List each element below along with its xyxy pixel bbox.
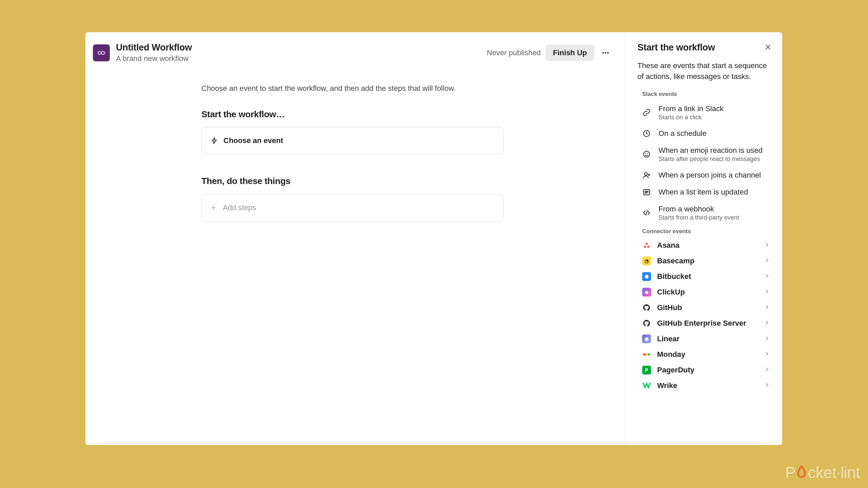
event-sub: Starts after people react to messages	[658, 156, 769, 163]
bitbucket-icon: ⬣	[642, 272, 651, 281]
workflow-avatar-icon	[93, 44, 110, 61]
add-steps-label: Add steps	[223, 203, 256, 212]
then-heading: Then, do these things	[201, 176, 625, 186]
svg-point-15	[645, 353, 648, 356]
side-title: Start the workflow	[637, 42, 715, 53]
event-title: From a link in Slack	[658, 104, 769, 113]
chevron-right-icon	[765, 305, 769, 311]
finish-up-button[interactable]: Finish Up	[546, 45, 594, 61]
chevron-right-icon	[765, 383, 769, 389]
clickup-icon: ◆	[642, 288, 651, 297]
workflow-title: Untitled Workflow	[116, 42, 487, 53]
connector-label: Wrike	[657, 381, 758, 390]
content: Choose an event to start the workflow, a…	[85, 63, 625, 222]
choose-event-label: Choose an event	[223, 136, 283, 145]
watermark: Pcket·lint	[785, 463, 860, 482]
workflow-subtitle: A brand new workflow	[116, 54, 487, 63]
connector-label: Linear	[657, 334, 758, 343]
connector-bitbucket[interactable]: ⬣ Bitbucket	[637, 269, 773, 284]
side-header: Start the workflow	[637, 42, 773, 53]
lightning-icon	[211, 137, 218, 144]
start-heading: Start the workflow…	[201, 109, 625, 120]
connector-label: Basecamp	[657, 257, 758, 265]
wrike-icon	[642, 381, 651, 390]
connector-label: Bitbucket	[657, 272, 758, 281]
event-title: When a person joins a channel	[658, 171, 769, 180]
event-title: When a list item is updated	[658, 188, 769, 197]
asana-icon	[642, 241, 651, 250]
plus-icon: +	[211, 203, 216, 212]
event-emoji-reaction[interactable]: When an emoji reaction is used Starts af…	[637, 142, 773, 167]
list-icon	[642, 188, 651, 197]
svg-point-0	[98, 51, 101, 54]
link-icon	[642, 108, 651, 117]
more-actions-button[interactable]	[599, 47, 612, 59]
chevron-right-icon	[765, 320, 769, 326]
svg-point-11	[646, 242, 648, 245]
connector-events-label: Connector events	[642, 228, 773, 235]
event-person-joins[interactable]: When a person joins a channel	[637, 167, 773, 184]
svg-point-14	[643, 353, 646, 356]
add-steps-button[interactable]: + Add steps	[201, 194, 504, 222]
close-panel-button[interactable]	[763, 42, 773, 53]
monday-icon	[642, 350, 651, 359]
chevron-right-icon	[765, 242, 769, 248]
svg-point-6	[644, 151, 650, 157]
pagerduty-icon: P	[642, 366, 651, 374]
svg-point-1	[102, 51, 105, 54]
event-from-link[interactable]: From a link in Slack Starts on a click	[637, 100, 773, 125]
code-icon	[642, 208, 651, 217]
header: Untitled Workflow A brand new workflow N…	[85, 32, 625, 63]
github-icon	[642, 303, 651, 312]
basecamp-icon: ◔	[642, 257, 651, 265]
emoji-icon	[642, 150, 651, 159]
connector-github-enterprise[interactable]: GitHub Enterprise Server	[637, 316, 773, 331]
main-area: Untitled Workflow A brand new workflow N…	[85, 32, 625, 445]
svg-point-3	[605, 52, 606, 53]
svg-point-13	[647, 245, 650, 248]
watermark-flame-icon	[795, 465, 808, 481]
close-icon	[765, 44, 771, 50]
clock-icon	[642, 129, 651, 138]
publish-status: Never published	[487, 48, 541, 57]
svg-point-16	[647, 353, 650, 356]
connector-linear[interactable]: ◉ Linear	[637, 331, 773, 347]
event-schedule[interactable]: On a schedule	[637, 125, 773, 142]
connector-label: Monday	[657, 350, 758, 359]
chevron-right-icon	[765, 367, 769, 373]
connector-github[interactable]: GitHub	[637, 300, 773, 316]
event-sub: Starts from a third-party event	[658, 214, 769, 221]
event-title: On a schedule	[658, 129, 769, 138]
github-icon	[642, 319, 651, 328]
linear-icon: ◉	[642, 334, 651, 343]
header-actions: Never published Finish Up	[487, 45, 612, 61]
intro-text: Choose an event to start the workflow, a…	[201, 84, 625, 93]
svg-point-4	[607, 52, 609, 53]
connector-label: PagerDuty	[657, 366, 758, 374]
connector-asana[interactable]: Asana	[637, 238, 773, 253]
choose-event-button[interactable]: Choose an event	[201, 127, 504, 154]
event-webhook[interactable]: From a webhook Starts from a third-party…	[637, 201, 773, 225]
side-panel: Start the workflow These are events that…	[625, 32, 782, 445]
connector-clickup[interactable]: ◆ ClickUp	[637, 284, 773, 300]
connector-label: ClickUp	[657, 288, 758, 297]
chevron-right-icon	[765, 258, 769, 264]
person-plus-icon	[642, 171, 651, 180]
connector-monday[interactable]: Monday	[637, 347, 773, 362]
svg-point-2	[603, 52, 604, 53]
connector-label: GitHub	[657, 303, 758, 312]
side-description: These are events that start a sequence o…	[637, 60, 773, 82]
svg-point-7	[645, 153, 646, 154]
workflow-builder-window: Untitled Workflow A brand new workflow N…	[85, 32, 782, 445]
slack-events-label: Slack events	[642, 91, 773, 98]
event-title: When an emoji reaction is used	[658, 146, 769, 155]
connector-basecamp[interactable]: ◔ Basecamp	[637, 253, 773, 269]
chevron-right-icon	[765, 351, 769, 358]
svg-point-12	[644, 245, 646, 248]
connector-pagerduty[interactable]: P PagerDuty	[637, 362, 773, 378]
event-list-updated[interactable]: When a list item is updated	[637, 184, 773, 201]
svg-point-9	[645, 172, 647, 175]
chevron-right-icon	[765, 289, 769, 295]
connector-wrike[interactable]: Wrike	[637, 378, 773, 393]
chevron-right-icon	[765, 273, 769, 280]
